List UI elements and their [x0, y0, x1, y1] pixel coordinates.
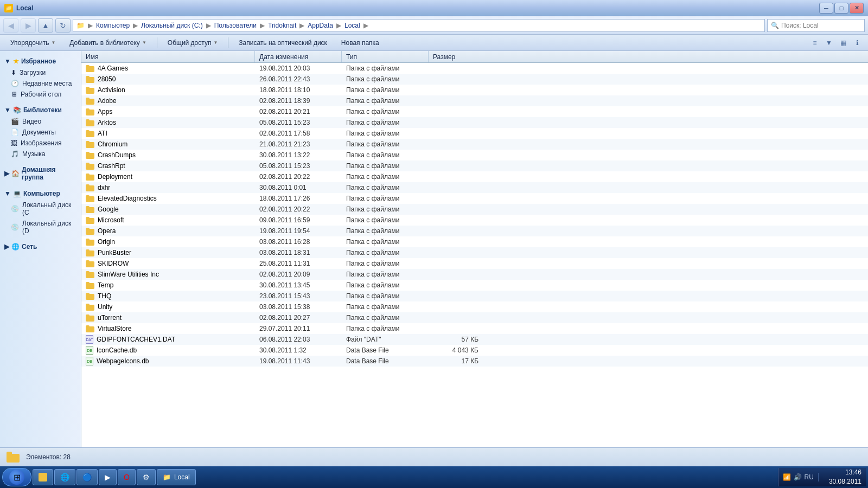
taskbar-item-wmp[interactable]: ▶	[99, 469, 117, 485]
file-name: PunkBuster	[98, 249, 131, 256]
file-type-cell: Data Base File	[342, 357, 429, 365]
lang-indicator[interactable]: RU	[805, 473, 814, 481]
table-row[interactable]: SlimWare Utilities Inc 02.08.2011 20:09 …	[81, 269, 868, 280]
table-row[interactable]: Activision 18.08.2011 18:10 Папка с файл…	[81, 85, 868, 95]
folder-icon	[86, 174, 94, 181]
col-header-size[interactable]: Размер	[429, 51, 483, 62]
col-header-type[interactable]: Тип	[342, 51, 429, 62]
file-type-cell: Папка с файлами	[342, 108, 429, 115]
preview-button[interactable]: ▦	[837, 37, 850, 49]
folder-icon	[86, 282, 94, 289]
table-row[interactable]: Apps 02.08.2011 20:21 Папка с файлами	[81, 106, 868, 117]
tray-icon-volume[interactable]: 🔊	[794, 473, 802, 481]
col-header-name[interactable]: Имя	[81, 51, 255, 62]
sidebar-item-video[interactable]: 🎬 Видео	[0, 116, 81, 127]
tray-icon-show-desktop[interactable]	[818, 473, 827, 481]
table-row[interactable]: PunkBuster 03.08.2011 18:31 Папка с файл…	[81, 247, 868, 258]
favorites-header[interactable]: ▼ ★ Избранное	[0, 55, 81, 67]
table-row[interactable]: Temp 30.08.2011 13:45 Папка с файлами	[81, 280, 868, 291]
sidebar-item-downloads[interactable]: ⬇ Загрузки	[0, 67, 81, 78]
window-title: Local	[16, 4, 33, 12]
file-date-cell: 19.08.2011 11:43	[255, 357, 342, 365]
new-folder-button[interactable]: Новая папка	[335, 36, 385, 49]
file-name: GDIPFONTCACHEV1.DAT	[97, 336, 175, 343]
table-row[interactable]: CrashRpt 05.08.2011 15:23 Папка с файлам…	[81, 160, 868, 171]
file-name-cell: dxhr	[81, 184, 255, 191]
add-library-button[interactable]: Добавить в библиотеку ▼	[63, 36, 152, 49]
sidebar-item-images[interactable]: 🖼 Изображения	[0, 138, 81, 149]
table-row[interactable]: Arktos 05.08.2011 15:23 Папка с файлами	[81, 117, 868, 128]
table-row[interactable]: ATI 02.08.2011 17:58 Папка с файлами	[81, 128, 868, 139]
taskbar-item-local[interactable]: 📁 Local	[157, 469, 196, 485]
sidebar-item-disk-d[interactable]: 💿 Локальный диск (D	[0, 218, 81, 236]
sidebar-item-disk-c[interactable]: 💿 Локальный диск (C	[0, 200, 81, 218]
col-header-date[interactable]: Дата изменения	[255, 51, 342, 62]
view-arrow-button[interactable]: ▼	[822, 37, 835, 49]
table-row[interactable]: DB IconCache.db 30.08.2011 1:32 Data Bas…	[81, 345, 868, 356]
file-date-cell: 02.08.2011 20:22	[255, 206, 342, 213]
computer-header[interactable]: ▼ 💻 Компьютер	[0, 188, 81, 200]
table-row[interactable]: Chromium 21.08.2011 21:23 Папка с файлам…	[81, 139, 868, 150]
table-row[interactable]: ElevatedDiagnostics 18.08.2011 17:26 Пап…	[81, 193, 868, 204]
table-row[interactable]: dxhr 30.08.2011 0:01 Папка с файлами	[81, 182, 868, 193]
taskbar-item-ie[interactable]: 🌐	[54, 469, 75, 485]
file-name: CrashRpt	[98, 162, 125, 170]
table-row[interactable]: DAT GDIPFONTCACHEV1.DAT 06.08.2011 22:03…	[81, 334, 868, 345]
table-row[interactable]: SKIDROW 25.08.2011 11:31 Папка с файлами	[81, 258, 868, 269]
table-row[interactable]: VirtualStore 29.07.2011 20:11 Папка с фа…	[81, 323, 868, 334]
search-input[interactable]	[781, 22, 863, 29]
close-button[interactable]: ✕	[850, 3, 864, 14]
folder-icon	[86, 206, 94, 213]
table-row[interactable]: DB WebpageIcons.db 19.08.2011 11:43 Data…	[81, 356, 868, 367]
start-button[interactable]: ⊞	[2, 468, 31, 486]
file-type-cell: Папка с файлами	[342, 130, 429, 137]
table-row[interactable]: uTorrent 02.08.2011 20:27 Папка с файлам…	[81, 312, 868, 323]
address-path[interactable]: 📁 ▶ Компьютер ▶ Локальный диск (C:) ▶ По…	[73, 19, 765, 32]
up-button[interactable]: ▲	[38, 18, 53, 33]
sidebar-item-documents[interactable]: 📄 Документы	[0, 127, 81, 138]
table-row[interactable]: Opera 19.08.2011 19:54 Папка с файлами	[81, 226, 868, 236]
taskbar-item-chrome[interactable]: 🔵	[76, 469, 98, 485]
tray-icon-network[interactable]: 📶	[783, 473, 792, 481]
clock-time: 13:46	[829, 468, 861, 477]
share-button[interactable]: Общий доступ ▼	[162, 36, 224, 49]
table-row[interactable]: Adobe 02.08.2011 18:39 Папка с файлами	[81, 95, 868, 106]
file-type-cell: Папка с файлами	[342, 65, 429, 72]
table-row[interactable]: 28050 26.08.2011 22:43 Папка с файлами	[81, 74, 868, 85]
table-row[interactable]: Microsoft 09.08.2011 16:59 Папка с файла…	[81, 215, 868, 226]
file-type-cell: Папка с файлами	[342, 292, 429, 300]
table-row[interactable]: Google 02.08.2011 20:22 Папка с файлами	[81, 204, 868, 215]
sidebar-item-desktop[interactable]: 🖥 Рабочий стол	[0, 89, 81, 100]
explorer-window: 📁 Local ─ □ ✕ ◀ ▶ ▲ ↻ 📁 ▶ Компьютер ▶ Ло…	[0, 0, 868, 488]
table-row[interactable]: Unity 03.08.2011 15:38 Папка с файлами	[81, 301, 868, 312]
file-name: CrashDumps	[98, 151, 136, 159]
table-row[interactable]: THQ 23.08.2011 15:43 Папка с файлами	[81, 291, 868, 301]
taskbar-item-steam[interactable]: ⚙	[137, 469, 156, 485]
folder-icon	[86, 239, 94, 246]
refresh-button[interactable]: ↻	[55, 18, 71, 33]
details-button[interactable]: ℹ	[851, 37, 864, 49]
file-date-cell: 05.08.2011 15:23	[255, 119, 342, 126]
organize-button[interactable]: Упорядочить ▼	[4, 36, 61, 49]
table-row[interactable]: Origin 03.08.2011 16:28 Папка с файлами	[81, 236, 868, 247]
minimize-button[interactable]: ─	[819, 3, 833, 14]
table-row[interactable]: Deployment 02.08.2011 20:22 Папка с файл…	[81, 171, 868, 182]
table-row[interactable]: CrashDumps 30.08.2011 13:22 Папка с файл…	[81, 150, 868, 160]
burn-button[interactable]: Записать на оптический диск	[233, 36, 333, 49]
libraries-section: ▼ 📚 Библиотеки 🎬 Видео 📄 Документы 🖼 Изо…	[0, 104, 81, 159]
homegroup-header[interactable]: ▶ 🏠 Домашняя группа	[0, 164, 81, 183]
file-name-cell: CrashDumps	[81, 151, 255, 159]
table-row[interactable]: 4A Games 19.08.2011 20:03 Папка с файлам…	[81, 63, 868, 74]
sidebar-item-music[interactable]: 🎵 Музыка	[0, 149, 81, 159]
maximize-button[interactable]: □	[834, 3, 848, 14]
forward-button[interactable]: ▶	[21, 18, 36, 33]
taskbar-item-explorer[interactable]	[33, 469, 53, 485]
change-view-button[interactable]: ≡	[808, 37, 821, 49]
status-folder-icon	[7, 452, 20, 463]
libraries-header[interactable]: ▼ 📚 Библиотеки	[0, 104, 81, 116]
back-button[interactable]: ◀	[3, 18, 18, 33]
taskbar-item-opera[interactable]: O	[118, 469, 136, 485]
network-header[interactable]: ▶ 🌐 Сеть	[0, 241, 81, 253]
sidebar-item-recent[interactable]: 🕐 Недавние места	[0, 78, 81, 89]
file-name-cell: Microsoft	[81, 216, 255, 224]
